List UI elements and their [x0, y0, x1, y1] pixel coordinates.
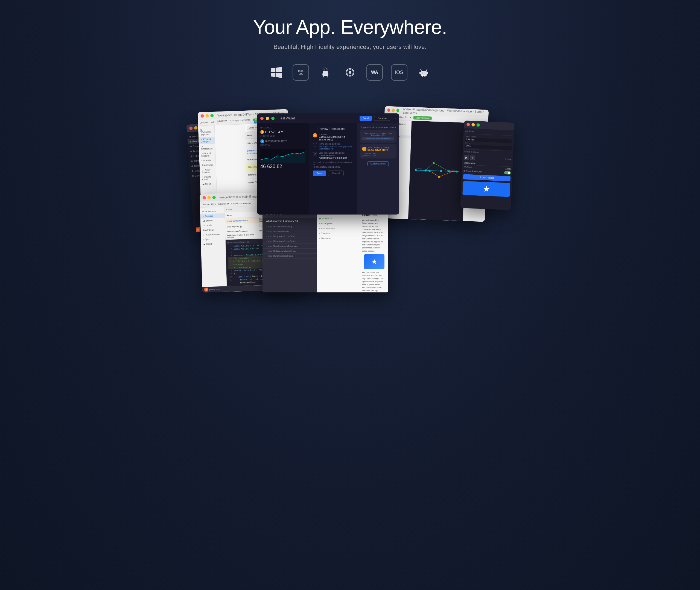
tl-yellow-4	[207, 196, 211, 199]
btc-more-btn[interactable]: ···	[392, 116, 396, 121]
btc-confirm-btn[interactable]: Send	[313, 171, 326, 176]
design-stop-btn[interactable]: ⏸	[470, 155, 475, 161]
ls-cloud: ☁ Cloud	[200, 182, 216, 187]
blog-item-scaletool[interactable]: ▶ Scale tool	[317, 216, 358, 221]
preview-address: tb1q1zp2cu23cz6e1z48pgq2dvulw8xg98pssye7…	[319, 145, 353, 150]
scale-tool-desc: We redesigned the Scale feature and move…	[362, 219, 384, 253]
ls-branch: ⎇ Branch Explorer	[199, 151, 215, 159]
tl-yellow-6	[471, 123, 475, 127]
whatsnew-link-7[interactable]: https://lunatics.icons8.com	[262, 254, 317, 259]
btc-price-chart-label: BTC Price	[260, 144, 305, 146]
svg-point-17	[423, 73, 423, 74]
tl-red-1	[189, 126, 193, 130]
design-prop-name: Object name ESESES	[465, 135, 512, 143]
whatsnew-luminary-title: What's New in Luminary 8.1	[262, 218, 317, 224]
tl-green-6	[476, 123, 480, 127]
whatsnew-link-6[interactable]: https://twitter.com/icons8_Lu...	[262, 249, 317, 254]
bottom-menu-comments: Checkin comments ▾	[231, 202, 251, 205]
platform-icon-linux	[317, 64, 334, 81]
btc-time-icon: ⏱	[313, 152, 317, 156]
svg-rect-12	[421, 71, 427, 76]
blog-item-tutorials[interactable]: • Tutorials	[317, 231, 358, 236]
design-prop-zoom: Zoom 100%	[464, 142, 512, 150]
privacy-usd-detail: (≈4 669.75 USD)	[362, 155, 394, 156]
blog-item-codepanel[interactable]: • Code panel	[317, 221, 358, 226]
svg-point-11	[352, 74, 354, 75]
svg-point-28	[448, 170, 450, 172]
preview-to-label: to the Bitcoin address	[319, 142, 353, 145]
btc-customize-btn[interactable]: Customize this?	[367, 162, 389, 166]
blog-item-improvements[interactable]: • Improvements	[317, 226, 358, 231]
preview-amount: 0.10014295 bitcoins (≈4 669.75 USD)	[319, 135, 353, 141]
toggle-pixel-grid[interactable]	[504, 171, 511, 175]
btc-tx-icon: ₿	[313, 133, 317, 137]
tl-green-2	[210, 114, 213, 117]
btc-receive-btn[interactable]: Receive	[374, 116, 390, 121]
tl-green-3	[396, 109, 399, 112]
btc-addr-icon: →	[313, 142, 317, 147]
tl-yellow-3	[392, 109, 395, 112]
btc-cancel-btn[interactable]: Cancel	[328, 171, 344, 176]
design-play-btn[interactable]: ▶	[464, 155, 469, 160]
design-attributes-label: Attributes	[465, 130, 512, 136]
preview-time: Approximately 10 minutes	[319, 157, 353, 159]
ls-pending: ✓ Pending Changes	[198, 137, 215, 144]
tl-red-btc	[260, 117, 264, 120]
screenshot-bitcoin-wallet: Test Wallet Send Receive ··· Balance ₿ 0…	[257, 113, 399, 214]
platform-icon-wasm: WA	[366, 64, 383, 81]
design-zoom-pct: 52% ▾	[505, 158, 512, 161]
platform-icon-macos: mac OS	[292, 64, 309, 81]
svg-point-29	[456, 171, 458, 173]
star-box: ★	[462, 181, 510, 197]
svg-point-5	[349, 71, 351, 74]
menu-undo: Undo	[210, 121, 215, 124]
svg-point-10	[352, 70, 354, 72]
whatsnew-link-1[interactable]: https://icons8.com/lunacy	[262, 224, 317, 229]
tl-red-3	[387, 108, 390, 112]
hero-title: Your App. Everywhere.	[5, 16, 695, 38]
svg-rect-14	[427, 72, 428, 74]
svg-rect-16	[424, 75, 426, 77]
svg-point-6	[349, 69, 351, 70]
privacy-warning: Some people or companies could know abou…	[362, 132, 394, 136]
whatsnew-link-4[interactable]: https://blog.icons8.com/articl...	[262, 239, 317, 244]
tl-yellow-btc	[266, 117, 269, 120]
plastic-logo-small: p	[204, 288, 208, 292]
preview-total-label: a total of	[319, 133, 353, 135]
menu-changescomments: Changes comments ▾	[231, 119, 251, 124]
btc-send-btn[interactable]: Send	[360, 116, 372, 121]
tl-red-2	[200, 114, 204, 117]
privacy-send-amount: ≈6.67 USD More	[367, 149, 390, 152]
balance-btc2: 0.0320 6334 BTC	[265, 140, 286, 143]
svg-point-3	[326, 70, 327, 71]
btn-view-refresh[interactable]: View resource	[414, 116, 432, 120]
whatsnew-link-5[interactable]: https://facebook.com/lunaryak...	[262, 244, 317, 249]
whatsnew-sidebar: What's New What's New in Luminary 8.1 ht…	[262, 210, 317, 292]
whatsnew-link-2[interactable]: https://icons8.com/fun...	[262, 229, 317, 234]
tl-yellow-2	[205, 114, 209, 117]
privacy-avoid-label: Avoid Change by sending:	[367, 146, 390, 149]
whatsnew-link-3[interactable]: https://blog.icons8.com/articl...	[262, 234, 317, 239]
filter-label: ▾ Item	[227, 208, 232, 211]
svg-point-25	[425, 170, 427, 171]
svg-point-9	[346, 74, 348, 75]
export-project-btn[interactable]: Export Project	[463, 174, 511, 182]
blog-item-subscribe[interactable]: • Subscribe	[317, 236, 358, 240]
btc-icon-2: ₿	[260, 139, 264, 143]
privacy-title: Suggestions to improve your privacy	[360, 126, 397, 128]
star-icon: ★	[483, 185, 490, 194]
privacy-btc-detail: 0.10014295 BTC	[362, 153, 394, 155]
scale-tool-visual: ★	[364, 254, 384, 269]
branch-menu-date: 03 Dec 2021 ▾	[397, 116, 412, 119]
platform-icon-ios: iOS	[391, 64, 408, 81]
privacy-avoid-icon: 🔒	[362, 147, 366, 151]
balance-usd: (≈ $2784 USD)	[260, 135, 305, 137]
tl-green-btc	[271, 117, 274, 120]
preview-confirm-label: your transaction should be confirmed wit…	[319, 152, 353, 157]
tl-yellow-1	[194, 126, 198, 130]
design-filters-label: Filters & Turner	[464, 149, 512, 156]
preview-fee-label: there will be an additional transaction …	[313, 161, 353, 166]
bottom-menu-checkin: Checkin	[201, 203, 209, 206]
hero-section: Your App. Everywhere. Beautiful, High Fi…	[0, 0, 700, 108]
svg-point-30	[438, 176, 440, 178]
